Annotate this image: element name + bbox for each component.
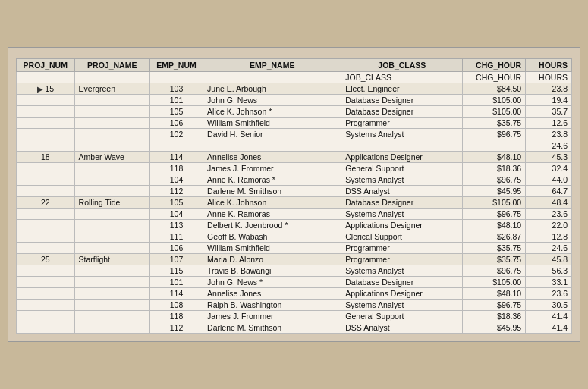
cell-hours: 12.6	[526, 118, 572, 129]
table-row: 22Rolling Tide105Alice K. JohnsonDatabas…	[17, 197, 572, 209]
cell-proj-name	[74, 300, 149, 311]
cell-proj-name	[74, 95, 149, 106]
cell-job-class: Applications Designer	[341, 288, 463, 300]
cell-chg-hour: $35.75	[463, 254, 526, 265]
cell-proj-num	[17, 129, 75, 140]
cell-hours: 23.8	[526, 129, 572, 140]
table-row: 114Annelise JonesApplications Designer$4…	[17, 288, 572, 300]
cell-emp-num: 101	[149, 277, 203, 288]
cell-emp-name: Anne K. Ramoras	[203, 209, 341, 220]
cell-chg-hour: $105.00	[463, 95, 526, 106]
cell-hours: 64.7	[526, 186, 572, 197]
table-row: 101John G. NewsDatabase Designer$105.001…	[17, 95, 572, 106]
cell-proj-num	[17, 220, 75, 231]
cell-hours: 23.6	[526, 209, 572, 220]
cell-emp-name: June E. Arbough	[203, 83, 341, 95]
cell-proj-num: ▶ 15	[17, 83, 75, 95]
cell-emp-num: 118	[149, 311, 203, 322]
cell-job-class: Clerical Support	[341, 231, 463, 243]
table-row: 25Starflight107Maria D. AlonzoProgrammer…	[17, 254, 572, 265]
cell-hours: 45.8	[526, 254, 572, 265]
cell-job-class: JOB_CLASS	[341, 72, 463, 83]
cell-proj-num	[17, 95, 75, 106]
cell-chg-hour: $96.75	[463, 300, 526, 311]
cell-emp-num: 113	[149, 220, 203, 231]
cell-chg-hour: $35.75	[463, 243, 526, 254]
cell-proj-name	[74, 265, 149, 277]
cell-proj-name: Amber Wave	[74, 152, 149, 163]
cell-chg-hour: $35.75	[463, 118, 526, 129]
table-row: 104Anne K. Ramoras *Systems Analyst$96.7…	[17, 174, 572, 186]
cell-proj-num	[17, 186, 75, 197]
cell-emp-num: 111	[149, 231, 203, 243]
cell-job-class: Elect. Engineer	[341, 83, 463, 95]
cell-proj-num	[17, 322, 75, 334]
cell-job-class: DSS Analyst	[341, 186, 463, 197]
cell-hours: 19.4	[526, 95, 572, 106]
cell-job-class: Database Designer	[341, 197, 463, 209]
cell-chg-hour: $96.75	[463, 129, 526, 140]
cell-chg-hour: $45.95	[463, 322, 526, 334]
table-row: 118James J. FrommerGeneral Support$18.36…	[17, 163, 572, 174]
cell-chg-hour: $45.95	[463, 186, 526, 197]
column-header-row: PROJ_NUM PROJ_NAME EMP_NUM EMP_NAME JOB_…	[17, 59, 572, 72]
table-row: 113Delbert K. Joenbrood *Applications De…	[17, 220, 572, 231]
table-row: 24.6	[17, 140, 572, 152]
cell-job-class: Database Designer	[341, 95, 463, 106]
cell-emp-num: 106	[149, 243, 203, 254]
cell-proj-name	[74, 72, 149, 83]
cell-proj-num	[17, 174, 75, 186]
table-row: 115Travis B. BawangiSystems Analyst$96.7…	[17, 265, 572, 277]
cell-emp-name: Annelise Jones	[203, 288, 341, 300]
cell-chg-hour: $105.00	[463, 106, 526, 118]
cell-hours: 33.1	[526, 277, 572, 288]
table-row: JOB_CLASSCHG_HOURHOURS	[17, 72, 572, 83]
cell-proj-num	[17, 72, 75, 83]
table-row: 104Anne K. RamorasSystems Analyst$96.752…	[17, 209, 572, 220]
cell-hours: 32.4	[526, 163, 572, 174]
table-row: 18Amber Wave114Annelise JonesApplication…	[17, 152, 572, 163]
cell-proj-num	[17, 118, 75, 129]
cell-hours: 48.4	[526, 197, 572, 209]
cell-chg-hour: $96.75	[463, 174, 526, 186]
cell-proj-num	[17, 140, 75, 152]
cell-hours: HOURS	[526, 72, 572, 83]
table-row: 102David H. SeniorSystems Analyst$96.752…	[17, 129, 572, 140]
cell-emp-name	[203, 72, 341, 83]
col-job-class: JOB_CLASS	[341, 59, 463, 72]
cell-job-class	[341, 140, 463, 152]
cell-chg-hour: $48.10	[463, 152, 526, 163]
cell-job-class: Database Designer	[341, 106, 463, 118]
cell-emp-name: William Smithfield	[203, 243, 341, 254]
cell-proj-name	[74, 174, 149, 186]
cell-hours: 44.0	[526, 174, 572, 186]
table-row: 106William SmithfieldProgrammer$35.7512.…	[17, 118, 572, 129]
cell-hours: 24.6	[526, 243, 572, 254]
cell-emp-name: Annelise Jones	[203, 152, 341, 163]
col-hours: HOURS	[526, 59, 572, 72]
cell-emp-name: Travis B. Bawangi	[203, 265, 341, 277]
cell-proj-name	[74, 243, 149, 254]
cell-proj-num	[17, 300, 75, 311]
cell-proj-num: 25	[17, 254, 75, 265]
cell-job-class: Systems Analyst	[341, 300, 463, 311]
cell-job-class: Applications Designer	[341, 152, 463, 163]
cell-emp-num: 115	[149, 265, 203, 277]
cell-emp-num: 108	[149, 300, 203, 311]
cell-emp-num: 112	[149, 186, 203, 197]
cell-job-class: Programmer	[341, 254, 463, 265]
table-row: 106William SmithfieldProgrammer$35.7524.…	[17, 243, 572, 254]
cell-emp-name: John G. News *	[203, 277, 341, 288]
cell-job-class: Applications Designer	[341, 220, 463, 231]
table-row: 112Darlene M. SmithsonDSS Analyst$45.954…	[17, 322, 572, 334]
col-emp-num: EMP_NUM	[149, 59, 203, 72]
cell-chg-hour: $18.36	[463, 163, 526, 174]
cell-proj-name	[74, 118, 149, 129]
cell-chg-hour: $26.87	[463, 231, 526, 243]
cell-proj-num	[17, 288, 75, 300]
cell-hours: 45.3	[526, 152, 572, 163]
cell-proj-name	[74, 288, 149, 300]
cell-job-class: Programmer	[341, 118, 463, 129]
table-row: 118James J. FrommerGeneral Support$18.36…	[17, 311, 572, 322]
cell-chg-hour: $96.75	[463, 265, 526, 277]
